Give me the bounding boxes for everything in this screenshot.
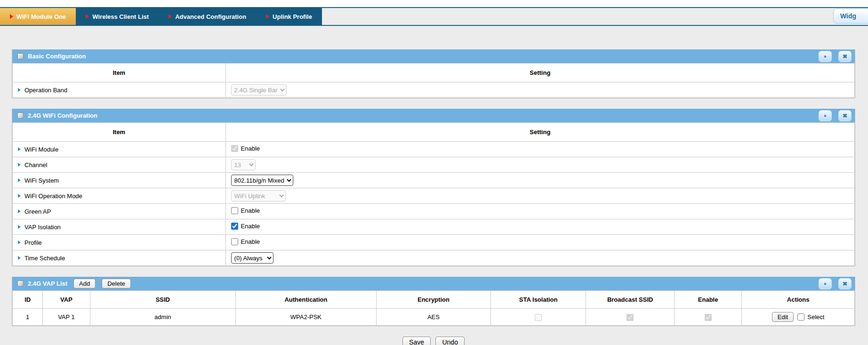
basic-configuration-header: Basic Configuration ▲ ✖ xyxy=(12,49,855,63)
setting-cell: (0) Always xyxy=(225,250,854,266)
main-content: Basic Configuration ▲ ✖ Item Setting Ope… xyxy=(12,49,855,326)
tab-uplink-profile[interactable]: Uplink Profile xyxy=(256,8,322,25)
setting-cell: Enable xyxy=(225,219,854,235)
table-row: Green AP Enable xyxy=(13,204,855,219)
section-vap-list: 2.4G VAP List Add Delete ▲ ✖ ID VAP SSID… xyxy=(12,277,855,326)
section-wifi-configuration: 2.4G WiFi Configuration ▲ ✖ Item Setting… xyxy=(12,109,855,266)
item-cell: WiFi Module xyxy=(13,142,226,157)
table-row: VAP Isolation Enable xyxy=(13,219,855,235)
tab-label: Advanced Configuration xyxy=(175,13,246,20)
bottom-hairline xyxy=(0,25,868,26)
column-header-enable: Enable xyxy=(675,291,742,309)
table-row: Profile Enable xyxy=(13,235,855,250)
section-title: 2.4G VAP List xyxy=(28,280,67,287)
setting-cell: Enable xyxy=(225,235,854,250)
channel-select[interactable]: 13 xyxy=(231,159,256,170)
table-row: Time Schedule (0) Always xyxy=(13,250,855,266)
table-row: WiFi System 802.11b/g/n Mixed xyxy=(13,173,855,188)
checkbox-label: Enable xyxy=(241,145,260,152)
operation-band-select[interactable]: 2.4G Single Band xyxy=(231,84,287,96)
item-label: Operation Band xyxy=(24,87,67,94)
setting-cell: 802.11b/g/n Mixed xyxy=(225,173,854,188)
checkbox-label: Enable xyxy=(241,238,260,245)
sta-isolation-checkbox[interactable] xyxy=(535,314,542,321)
actions-cell: Edit Select xyxy=(742,309,855,326)
tab-strip: WiFi Module One Wireless Client List Adv… xyxy=(0,8,322,25)
tab-wireless-client-list[interactable]: Wireless Client List xyxy=(76,8,159,25)
enable-checkbox[interactable] xyxy=(705,314,712,321)
item-arrow-icon xyxy=(18,178,21,182)
table-header-row: Item Setting xyxy=(13,123,855,142)
item-arrow-icon xyxy=(18,88,21,92)
column-header-broadcast-ssid: Broadcast SSID xyxy=(586,291,675,309)
ssid-cell: admin xyxy=(90,309,235,326)
collapse-button[interactable]: ▲ xyxy=(819,110,832,121)
table-row: 1 VAP 1 admin WPA2-PSK AES Edit Select xyxy=(13,309,855,326)
item-arrow-icon xyxy=(18,194,21,198)
item-arrow-icon xyxy=(18,241,21,244)
close-button[interactable]: ✖ xyxy=(838,51,852,62)
column-header-authentication: Authentication xyxy=(236,291,377,309)
item-arrow-icon xyxy=(18,209,21,213)
section-box-icon xyxy=(17,281,24,287)
item-arrow-icon xyxy=(18,147,21,151)
collapse-button[interactable]: ▲ xyxy=(819,278,832,289)
wifi-module-enable-checkbox[interactable] xyxy=(231,145,238,152)
setting-cell: Enable xyxy=(225,142,854,157)
widget-button[interactable]: Widg xyxy=(833,8,868,24)
broadcast-ssid-checkbox[interactable] xyxy=(627,314,634,321)
column-header-id: ID xyxy=(13,291,43,309)
column-header-ssid: SSID xyxy=(90,291,235,309)
save-button[interactable]: Save xyxy=(402,337,431,345)
item-label: VAP Isolation xyxy=(24,224,61,231)
column-header-setting: Setting xyxy=(225,123,854,142)
column-header-actions: Actions xyxy=(742,291,855,309)
add-button[interactable]: Add xyxy=(73,279,96,289)
delete-button[interactable]: Delete xyxy=(102,279,131,289)
table-row: WiFi Module Enable xyxy=(13,142,855,157)
tab-wifi-module-one[interactable]: WiFi Module One xyxy=(0,8,76,25)
select-label: Select xyxy=(807,313,824,321)
time-schedule-select[interactable]: (0) Always xyxy=(231,252,273,264)
setting-cell: 2.4G Single Band xyxy=(225,82,854,98)
tab-arrow-icon xyxy=(10,14,13,19)
tab-advanced-configuration[interactable]: Advanced Configuration xyxy=(159,8,256,25)
item-cell: Profile xyxy=(13,235,226,250)
authentication-cell: WPA2-PSK xyxy=(236,309,377,326)
basic-configuration-table: Item Setting Operation Band 2.4G Single … xyxy=(12,63,855,98)
collapse-button[interactable]: ▲ xyxy=(819,51,832,62)
item-label: Time Schedule xyxy=(24,255,65,262)
encryption-cell: AES xyxy=(376,309,490,326)
close-icon: ✖ xyxy=(843,113,847,119)
vap-isolation-enable-checkbox[interactable] xyxy=(231,223,238,230)
wifi-operation-mode-select[interactable]: WiFi Uplink xyxy=(231,190,286,201)
wifi-configuration-header: 2.4G WiFi Configuration ▲ ✖ xyxy=(12,109,855,122)
broadcast-ssid-cell xyxy=(586,309,675,326)
close-button[interactable]: ✖ xyxy=(838,278,852,289)
item-cell: Time Schedule xyxy=(13,250,226,266)
tab-label: Uplink Profile xyxy=(273,13,312,20)
profile-enable-checkbox[interactable] xyxy=(231,238,238,245)
green-ap-enable-checkbox[interactable] xyxy=(231,207,238,214)
vap-list-header: 2.4G VAP List Add Delete ▲ ✖ xyxy=(12,277,855,290)
checkbox-label: Enable xyxy=(241,223,260,230)
item-label: WiFi Module xyxy=(24,146,58,153)
item-arrow-icon xyxy=(18,225,21,229)
item-arrow-icon xyxy=(18,163,21,167)
tab-arrow-icon xyxy=(169,14,172,19)
tab-bar: WiFi Module One Wireless Client List Adv… xyxy=(0,8,868,25)
item-cell: WiFi Operation Mode xyxy=(13,188,226,204)
wifi-system-select[interactable]: 802.11b/g/n Mixed xyxy=(231,175,293,186)
sta-isolation-cell xyxy=(491,309,586,326)
tab-arrow-icon xyxy=(86,14,89,19)
close-button[interactable]: ✖ xyxy=(838,110,852,121)
table-row: Channel 13 xyxy=(13,157,855,173)
select-row-checkbox[interactable] xyxy=(797,313,804,321)
collapse-icon: ▲ xyxy=(823,113,828,118)
section-basic-configuration: Basic Configuration ▲ ✖ Item Setting Ope… xyxy=(12,49,855,98)
edit-button[interactable]: Edit xyxy=(772,312,794,322)
undo-button[interactable]: Undo xyxy=(435,337,464,345)
section-box-icon xyxy=(17,53,24,59)
item-cell: WiFi System xyxy=(13,173,226,188)
column-header-setting: Setting xyxy=(225,64,854,82)
